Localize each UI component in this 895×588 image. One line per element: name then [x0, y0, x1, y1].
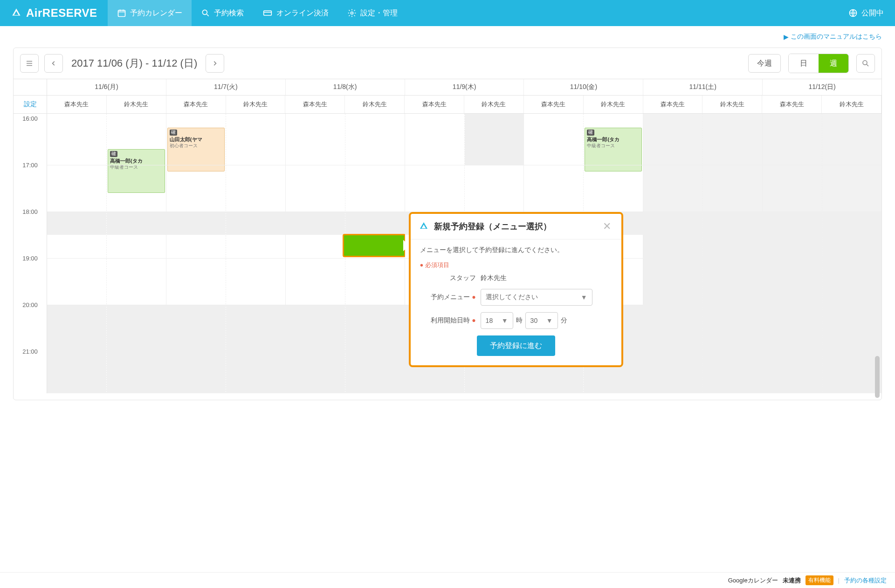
day-column[interactable]	[286, 114, 405, 393]
chevron-down-icon: ▼	[502, 317, 508, 324]
reservation-event[interactable]: 確山田太郎(ヤマ初心者コース	[167, 128, 225, 171]
submit-button[interactable]: 予約登録に進む	[477, 335, 555, 356]
day-header: 11/12(日)	[763, 79, 881, 95]
view-day-button[interactable]: 日	[789, 54, 819, 73]
column-settings-button[interactable]: 設定	[14, 96, 47, 113]
staff-column[interactable]	[226, 114, 285, 393]
label-start: 利用開始日時	[431, 316, 470, 324]
nav-calendar[interactable]: 予約カレンダー	[108, 0, 192, 26]
staff-value: 鈴木先生	[481, 274, 507, 282]
available-slot[interactable]	[226, 258, 285, 305]
calendar-search-button[interactable]	[856, 54, 875, 73]
reservation-event[interactable]: 確高橋一郎(タカ中級者コース	[585, 128, 642, 171]
day-column[interactable]: 確高橋一郎(タカ中級者コース	[47, 114, 166, 393]
svg-point-5	[863, 61, 867, 65]
minute-unit: 分	[561, 316, 567, 325]
staff-column[interactable]	[703, 114, 762, 393]
manual-link[interactable]: ▶ この画面のマニュアルはこちら	[784, 33, 882, 41]
staff-header: 森本先生	[643, 96, 703, 113]
day-header: 11/9(木)	[405, 79, 524, 95]
new-reservation-popover: 新規予約登録（メニュー選択） ✕ メニューを選択して予約登録に進んでください。 …	[409, 212, 623, 367]
chevron-left-icon	[50, 60, 57, 67]
day-header: 11/8(水)	[286, 79, 405, 95]
staff-column[interactable]	[763, 114, 822, 393]
available-slot[interactable]	[47, 235, 106, 258]
event-customer-name: 山田太郎(ヤマ	[170, 137, 202, 142]
brand-icon	[418, 221, 429, 232]
staff-header: 鈴木先生	[107, 96, 166, 113]
day-header: 11/7(火)	[166, 79, 286, 95]
staff-header: 鈴木先生	[226, 96, 286, 113]
nav-calendar-label: 予約カレンダー	[130, 8, 182, 18]
event-customer-name: 高橋一郎(タカ	[587, 137, 620, 142]
available-slot[interactable]	[345, 258, 405, 305]
event-course: 中級者コース	[110, 164, 138, 170]
available-slot[interactable]	[166, 235, 226, 258]
event-status-badge: 確	[587, 130, 594, 136]
available-slot[interactable]	[107, 258, 166, 305]
nav-search[interactable]: 予約検索	[192, 0, 253, 26]
day-column[interactable]	[643, 114, 763, 393]
nav-payment[interactable]: オンライン決済	[253, 0, 338, 26]
available-slot[interactable]	[166, 258, 226, 305]
reservation-event[interactable]: 確高橋一郎(タカ中級者コース	[108, 149, 165, 193]
calendar-panel: 2017 11/06 (月) - 11/12 (日) 今週 日 週 11/6(月…	[13, 48, 882, 400]
staff-column[interactable]: 確高橋一郎(タカ中級者コース	[107, 114, 166, 393]
scrollbar-thumb[interactable]	[875, 356, 880, 398]
unavailable-slot	[643, 212, 702, 393]
staff-column[interactable]: 確山田太郎(ヤマ初心者コース	[166, 114, 226, 393]
unavailable-slot	[763, 212, 822, 393]
staff-column[interactable]	[345, 114, 405, 393]
unavailable-slot	[465, 114, 524, 165]
available-slot[interactable]	[107, 235, 166, 258]
minute-value: 30	[530, 317, 538, 324]
prev-button[interactable]	[44, 54, 63, 73]
event-course: 中級者コース	[587, 143, 615, 148]
today-button[interactable]: 今週	[748, 54, 781, 73]
close-icon: ✕	[603, 220, 611, 232]
staff-column[interactable]	[822, 114, 881, 393]
staff-header: 森本先生	[47, 96, 107, 113]
unavailable-slot	[703, 212, 762, 393]
hamburger-icon	[25, 59, 34, 68]
event-customer-name: 高橋一郎(タカ	[110, 158, 143, 164]
brand-icon	[10, 7, 22, 19]
time-tick: 17:00	[14, 162, 47, 169]
unavailable-slot	[822, 212, 881, 393]
calendar-toolbar: 2017 11/06 (月) - 11/12 (日) 今週 日 週	[14, 48, 881, 79]
view-week-label: 週	[830, 59, 837, 68]
time-tick: 20:00	[14, 301, 47, 308]
staff-column[interactable]	[643, 114, 703, 393]
available-slot[interactable]	[47, 258, 106, 305]
next-button[interactable]	[206, 54, 224, 73]
menu-select[interactable]: 選択してください ▼	[481, 289, 592, 306]
hour-select[interactable]: 18▼	[481, 312, 513, 329]
staff-header: 森本先生	[524, 96, 584, 113]
search-icon	[861, 59, 870, 68]
menu-button[interactable]	[20, 54, 39, 73]
available-slot[interactable]	[226, 235, 285, 258]
time-tick: 21:00	[14, 348, 47, 355]
day-column[interactable]	[763, 114, 881, 393]
available-slot[interactable]	[286, 258, 345, 305]
staff-header: 鈴木先生	[584, 96, 643, 113]
staff-column[interactable]	[286, 114, 345, 393]
popover-description: メニューを選択して予約登録に進んでください。	[420, 246, 612, 254]
time-selection[interactable]	[343, 234, 406, 257]
event-status-badge: 確	[110, 151, 117, 157]
popover-close-button[interactable]: ✕	[600, 220, 614, 232]
day-column[interactable]: 確山田太郎(ヤマ初心者コース	[166, 114, 286, 393]
publish-status[interactable]: 公開中	[837, 0, 895, 26]
available-slot[interactable]	[286, 235, 345, 258]
popover-title: 新規予約登録（メニュー選択）	[434, 221, 600, 232]
nav-payment-label: オンライン決済	[276, 8, 329, 18]
staff-header: 森本先生	[762, 96, 822, 113]
minute-select[interactable]: 30▼	[525, 312, 558, 329]
search-icon	[201, 8, 210, 18]
publish-status-label: 公開中	[861, 8, 884, 18]
nav-settings[interactable]: 設定・管理	[338, 0, 407, 26]
manual-link-label: この画面のマニュアルはこちら	[791, 33, 882, 41]
staff-column[interactable]	[47, 114, 107, 393]
chevron-right-icon	[212, 60, 218, 67]
view-week-button[interactable]: 週	[819, 54, 848, 73]
